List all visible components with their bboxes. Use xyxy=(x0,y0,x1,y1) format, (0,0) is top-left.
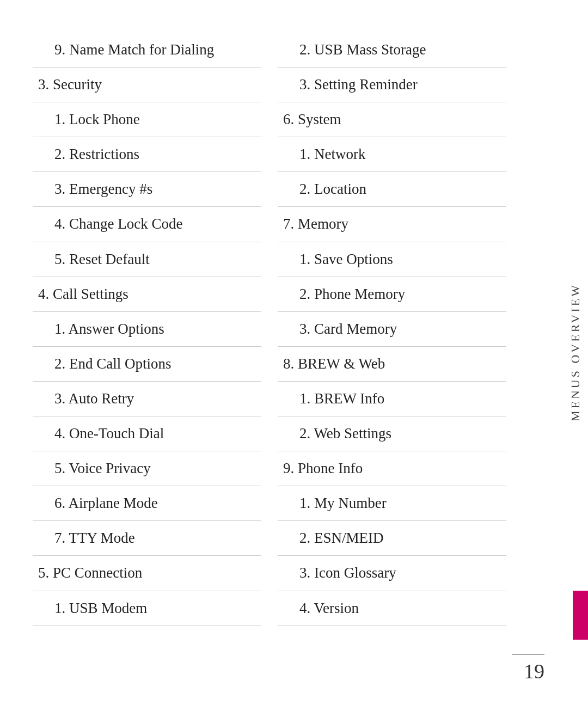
left-menu-item-11: 4. One-Touch Dial xyxy=(33,416,261,451)
right-menu-item-12: 9. Phone Info xyxy=(278,451,506,486)
right-menu-item-7: 2. Phone Memory xyxy=(278,277,506,312)
sidebar: Menus Overview xyxy=(555,0,588,705)
main-content: 9. Name Match for Dialing3. Security1. L… xyxy=(0,0,555,705)
left-menu-item-15: 5. PC Connection xyxy=(33,556,261,591)
sidebar-accent xyxy=(573,591,588,640)
right-menu-item-16: 4. Version xyxy=(278,591,506,626)
left-menu-item-8: 1. Answer Options xyxy=(33,312,261,347)
right-menu-item-10: 1. BREW Info xyxy=(278,382,506,416)
right-menu-item-6: 1. Save Options xyxy=(278,242,506,277)
page-number-area: 19 xyxy=(512,654,544,683)
right-menu-item-3: 1. Network xyxy=(278,137,506,172)
right-column: 2. USB Mass Storage3. Setting Reminder6.… xyxy=(278,33,523,672)
left-menu-item-4: 3. Emergency #s xyxy=(33,172,261,207)
right-menu-item-13: 1. My Number xyxy=(278,486,506,521)
left-menu-item-14: 7. TTY Mode xyxy=(33,521,261,556)
left-menu-item-0: 9. Name Match for Dialing xyxy=(33,33,261,68)
page-container: 9. Name Match for Dialing3. Security1. L… xyxy=(0,0,588,705)
left-menu-item-6: 5. Reset Default xyxy=(33,242,261,277)
right-menu-item-0: 2. USB Mass Storage xyxy=(278,33,506,68)
right-menu-item-4: 2. Location xyxy=(278,172,506,207)
left-menu-item-3: 2. Restrictions xyxy=(33,137,261,172)
left-menu-item-5: 4. Change Lock Code xyxy=(33,207,261,242)
right-menu-item-15: 3. Icon Glossary xyxy=(278,556,506,591)
left-menu-item-1: 3. Security xyxy=(33,68,261,102)
right-menu-item-8: 3. Card Memory xyxy=(278,312,506,347)
left-menu-item-12: 5. Voice Privacy xyxy=(33,451,261,486)
left-column: 9. Name Match for Dialing3. Security1. L… xyxy=(33,33,278,672)
page-number: 19 xyxy=(524,659,544,683)
sidebar-label: Menus Overview xyxy=(568,283,583,421)
right-menu-item-1: 3. Setting Reminder xyxy=(278,68,506,102)
left-menu-item-7: 4. Call Settings xyxy=(33,277,261,312)
right-menu-item-14: 2. ESN/MEID xyxy=(278,521,506,556)
left-menu-item-10: 3. Auto Retry xyxy=(33,382,261,416)
left-menu-item-2: 1. Lock Phone xyxy=(33,102,261,137)
left-menu-item-13: 6. Airplane Mode xyxy=(33,486,261,521)
right-menu-item-9: 8. BREW & Web xyxy=(278,347,506,382)
right-menu-item-5: 7. Memory xyxy=(278,207,506,242)
page-number-line xyxy=(512,654,544,655)
right-menu-item-11: 2. Web Settings xyxy=(278,416,506,451)
left-menu-item-9: 2. End Call Options xyxy=(33,347,261,382)
right-menu-item-2: 6. System xyxy=(278,102,506,137)
left-menu-item-16: 1. USB Modem xyxy=(33,591,261,626)
